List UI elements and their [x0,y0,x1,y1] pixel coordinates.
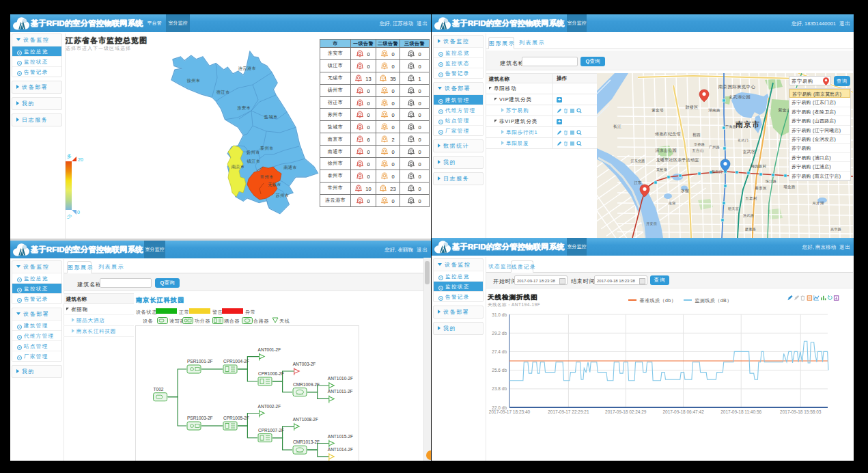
svg-text:CMR1013-2F: CMR1013-2F [293,440,320,444]
svg-text:玄武门: 玄武门 [738,138,748,142]
svg-text:湖南路: 湖南路 [708,108,720,112]
svg-text:月牙湖: 月牙湖 [812,201,824,206]
svg-text:南京国际展览中心: 南京国际展览中心 [718,84,756,90]
svg-text:ANT1010-2F: ANT1010-2F [328,376,353,381]
svg-text:宁海路: 宁海路 [725,124,736,129]
svg-text:ANT003-2F: ANT003-2F [293,362,316,366]
svg-text:长江: 长江 [613,124,622,129]
svg-text:25.6 db: 25.6 db [492,368,507,373]
svg-text:傅抱石纪念馆: 傅抱石纪念馆 [655,131,681,137]
svg-text:CPR1004-2F: CPR1004-2F [223,359,249,364]
svg-text:ANT1015-2F: ANT1015-2F [328,434,353,439]
svg-text:龙蟠里社区亲子活动室: 龙蟠里社区亲子活动室 [656,157,699,163]
svg-text:CPR1007-2F: CPR1007-2F [258,428,284,433]
svg-text:31.0 db: 31.0 db [492,312,507,317]
svg-text:PSR1003-2F: PSR1003-2F [187,416,213,420]
svg-text:光华路: 光华路 [830,227,841,232]
svg-text:2017-09-17 22:29:21: 2017-09-17 22:29:21 [548,409,589,414]
svg-text:2017-09-18 06:47:42: 2017-09-18 06:47:42 [662,409,704,414]
svg-text:淮安市: 淮安市 [237,105,251,111]
svg-text:2017-09-18 11:40:56: 2017-09-18 11:40:56 [720,409,761,414]
svg-text:五台山: 五台山 [692,148,703,152]
svg-text:五老村: 五老村 [745,196,757,201]
svg-text:CMR1009-2F: CMR1009-2F [293,382,320,387]
svg-text:2017-09-18 15:58:03: 2017-09-18 15:58:03 [780,409,822,414]
svg-text:2017-09-17 18:23:40: 2017-09-17 18:23:40 [489,409,531,414]
svg-text:秦淮区: 秦淮区 [755,186,767,191]
svg-text:常州市: 常州市 [260,174,274,179]
svg-text:南京市: 南京市 [232,164,245,169]
svg-text:莫愁湖: 莫愁湖 [656,167,667,172]
svg-text:连云港市: 连云港市 [238,66,257,71]
svg-text:CPR1005-2F: CPR1005-2F [223,416,249,420]
svg-text:玄武区: 玄武区 [743,149,756,154]
svg-text:瑞金路: 瑞金路 [783,185,796,189]
svg-text:泰州市: 泰州市 [260,146,274,150]
svg-text:紫金塔: 紫金塔 [652,108,664,112]
svg-text:南通市: 南通市 [283,165,297,170]
svg-text:ANT1008-2F: ANT1008-2F [293,417,318,422]
svg-text:南京市: 南京市 [735,120,760,129]
svg-text:南湖: 南湖 [669,201,676,205]
svg-text:CPR1006-2F: CPR1006-2F [258,371,284,376]
svg-text:朝天宫: 朝天宫 [728,206,739,211]
svg-text:无锡市: 无锡市 [268,182,281,187]
svg-text:徐州市: 徐州市 [187,78,201,83]
svg-text:玄武湖公园: 玄武湖公园 [729,94,751,100]
svg-text:T002: T002 [154,387,164,392]
svg-text:梅园新村: 梅园新村 [750,164,766,169]
svg-text:华侨路: 华侨路 [694,142,705,146]
svg-text:ANT1014-2F: ANT1014-2F [328,447,353,452]
svg-text:榕园: 榕园 [692,133,701,137]
svg-text:盐城市: 盐城市 [264,114,278,120]
svg-text:ANT001-2F: ANT001-2F [258,347,281,352]
svg-text:月安街: 月安街 [646,221,657,226]
svg-text:新街口: 新街口 [712,170,723,174]
svg-text:鼓楼区: 鼓楼区 [686,105,699,109]
svg-text:ANT002-2F: ANT002-2F [258,404,281,409]
svg-text:洪武路: 洪武路 [743,213,754,218]
svg-text:27.4 db: 27.4 db [492,349,507,354]
svg-text:2017-09-18 02:24:29: 2017-09-18 02:24:29 [605,409,647,414]
svg-text:镇江市: 镇江市 [247,159,261,164]
svg-text:江东: 江东 [634,180,642,185]
svg-text:扬州市: 扬州市 [247,150,260,155]
svg-text:29.2 db: 29.2 db [492,331,507,336]
svg-text:江东北路: 江东北路 [630,159,645,163]
svg-text:水榭: 水榭 [681,189,690,193]
svg-text:清凉山公园: 清凉山公园 [655,148,677,153]
svg-text:23.8 db: 23.8 db [492,386,507,391]
svg-text:PSR1001-2F: PSR1001-2F [187,359,213,364]
svg-text:广州路: 广州路 [709,145,720,149]
svg-text:建康路: 建康路 [744,227,756,232]
svg-text:宿迁市: 宿迁市 [216,90,230,95]
svg-text:珠江路: 珠江路 [765,179,776,184]
svg-text:苏州市: 苏州市 [276,193,290,198]
svg-text:ANT1011-2F: ANT1011-2F [328,389,353,394]
